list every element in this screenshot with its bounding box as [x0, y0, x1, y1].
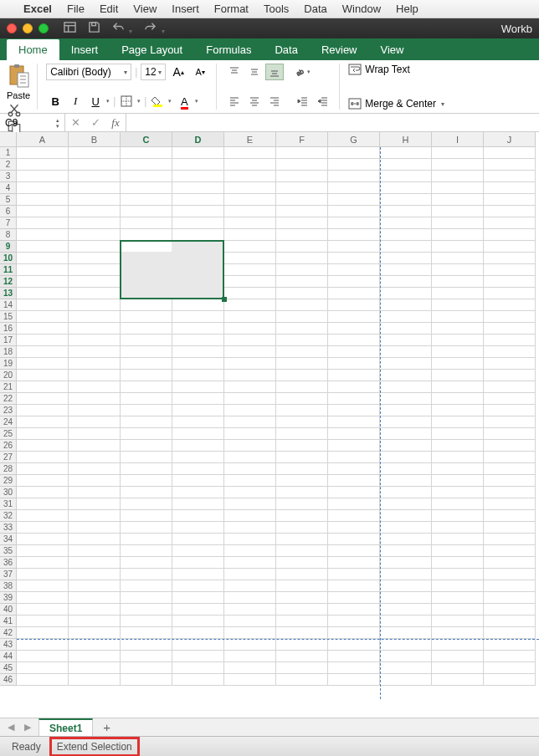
- row-header-42[interactable]: 42: [0, 627, 17, 639]
- name-box[interactable]: C9 ▴▾: [0, 114, 65, 131]
- zoom-window-button[interactable]: [38, 23, 49, 33]
- row-header-21[interactable]: 21: [0, 381, 17, 393]
- row-header-23[interactable]: 23: [0, 405, 17, 416]
- fill-color-button[interactable]: [148, 93, 173, 110]
- row-header-28[interactable]: 28: [0, 463, 17, 475]
- col-header-D[interactable]: D: [172, 132, 224, 147]
- align-middle-button[interactable]: [245, 64, 264, 80]
- row-header-8[interactable]: 8: [0, 229, 17, 241]
- row-header-11[interactable]: 11: [0, 264, 17, 276]
- col-header-H[interactable]: H: [380, 132, 432, 147]
- row-header-40[interactable]: 40: [0, 604, 17, 616]
- row-header-43[interactable]: 43: [0, 639, 17, 651]
- col-header-I[interactable]: I: [432, 132, 484, 147]
- row-header-1[interactable]: 1: [0, 147, 17, 159]
- increase-indent-button[interactable]: [314, 93, 332, 110]
- menu-file[interactable]: File: [67, 3, 85, 15]
- tab-review[interactable]: Review: [310, 39, 369, 60]
- col-header-F[interactable]: F: [276, 132, 328, 147]
- row-header-9[interactable]: 9: [0, 241, 17, 253]
- font-name-select[interactable]: Calibri (Body)▾: [46, 64, 131, 80]
- row-header-15[interactable]: 15: [0, 311, 17, 323]
- shrink-font-button[interactable]: A▾: [191, 64, 209, 80]
- cancel-formula-icon[interactable]: ✕: [65, 116, 85, 129]
- tab-insert[interactable]: Insert: [59, 39, 110, 60]
- spreadsheet-grid[interactable]: ABCDEFGHIJ 12345678910111213141516171819…: [0, 132, 539, 701]
- tab-home[interactable]: Home: [7, 39, 59, 60]
- undo-icon[interactable]: ▾: [112, 21, 132, 36]
- col-header-G[interactable]: G: [328, 132, 380, 147]
- row-header-27[interactable]: 27: [0, 452, 17, 463]
- paste-label[interactable]: Paste: [7, 90, 30, 100]
- col-header-B[interactable]: B: [69, 132, 121, 147]
- orientation-button[interactable]: ab: [294, 64, 312, 80]
- align-right-button[interactable]: [265, 93, 284, 110]
- menu-help[interactable]: Help: [396, 3, 418, 15]
- menu-edit[interactable]: Edit: [100, 3, 118, 15]
- row-header-34[interactable]: 34: [0, 534, 17, 545]
- row-header-7[interactable]: 7: [0, 217, 17, 229]
- app-name[interactable]: Excel: [23, 3, 52, 15]
- tab-data[interactable]: Data: [263, 39, 309, 60]
- tab-page-layout[interactable]: Page Layout: [110, 39, 194, 60]
- row-header-35[interactable]: 35: [0, 545, 17, 557]
- row-header-5[interactable]: 5: [0, 194, 17, 206]
- align-top-button[interactable]: [225, 64, 244, 80]
- row-header-45[interactable]: 45: [0, 662, 17, 674]
- bold-button[interactable]: B: [46, 93, 64, 110]
- row-header-26[interactable]: 26: [0, 440, 17, 452]
- align-bottom-button[interactable]: [265, 64, 284, 80]
- tab-formulas[interactable]: Formulas: [194, 39, 263, 60]
- formula-input[interactable]: [126, 114, 539, 131]
- select-all-corner[interactable]: [0, 132, 17, 147]
- redo-icon[interactable]: ▾: [144, 21, 164, 36]
- row-header-19[interactable]: 19: [0, 358, 17, 370]
- row-header-20[interactable]: 20: [0, 370, 17, 381]
- col-header-C[interactable]: C: [121, 132, 172, 147]
- row-header-6[interactable]: 6: [0, 206, 17, 217]
- menu-view[interactable]: View: [133, 3, 157, 15]
- row-header-33[interactable]: 33: [0, 522, 17, 534]
- font-color-button[interactable]: A: [175, 93, 200, 110]
- col-header-A[interactable]: A: [17, 132, 69, 147]
- row-header-3[interactable]: 3: [0, 171, 17, 182]
- sheet-tab[interactable]: Sheet1: [38, 718, 93, 737]
- row-header-39[interactable]: 39: [0, 592, 17, 604]
- minimize-window-button[interactable]: [23, 23, 33, 33]
- row-header-46[interactable]: 46: [0, 674, 17, 686]
- close-window-button[interactable]: [7, 23, 17, 33]
- row-header-44[interactable]: 44: [0, 651, 17, 662]
- row-header-29[interactable]: 29: [0, 475, 17, 487]
- sheet-nav-prev-icon[interactable]: ◀: [5, 722, 17, 733]
- menu-insert[interactable]: Insert: [172, 3, 199, 15]
- italic-button[interactable]: I: [66, 93, 85, 110]
- menu-data[interactable]: Data: [304, 3, 326, 15]
- row-header-10[interactable]: 10: [0, 253, 17, 264]
- fill-handle[interactable]: [222, 297, 227, 302]
- row-header-4[interactable]: 4: [0, 182, 17, 194]
- grow-font-button[interactable]: A▴: [169, 64, 187, 80]
- col-header-J[interactable]: J: [484, 132, 536, 147]
- row-header-14[interactable]: 14: [0, 299, 17, 311]
- menu-format[interactable]: Format: [214, 3, 249, 15]
- row-header-22[interactable]: 22: [0, 393, 17, 405]
- row-header-32[interactable]: 32: [0, 510, 17, 522]
- row-header-37[interactable]: 37: [0, 569, 17, 580]
- row-header-13[interactable]: 13: [0, 288, 17, 299]
- enter-formula-icon[interactable]: ✓: [85, 116, 105, 129]
- add-sheet-button[interactable]: +: [98, 720, 116, 734]
- wrap-text-button[interactable]: Wrap Text: [348, 64, 444, 75]
- merge-center-button[interactable]: Merge & Center ▾: [348, 98, 444, 110]
- align-center-button[interactable]: [245, 93, 264, 110]
- row-header-17[interactable]: 17: [0, 335, 17, 346]
- row-header-38[interactable]: 38: [0, 580, 17, 592]
- sheet-nav-next-icon[interactable]: ▶: [22, 722, 33, 733]
- row-header-25[interactable]: 25: [0, 428, 17, 440]
- save-icon[interactable]: [88, 21, 100, 36]
- tab-view[interactable]: View: [369, 39, 416, 60]
- paste-icon[interactable]: [7, 64, 30, 89]
- row-header-36[interactable]: 36: [0, 557, 17, 569]
- font-size-select[interactable]: 12▾: [141, 64, 166, 80]
- decrease-indent-button[interactable]: [294, 93, 312, 110]
- row-header-24[interactable]: 24: [0, 416, 17, 428]
